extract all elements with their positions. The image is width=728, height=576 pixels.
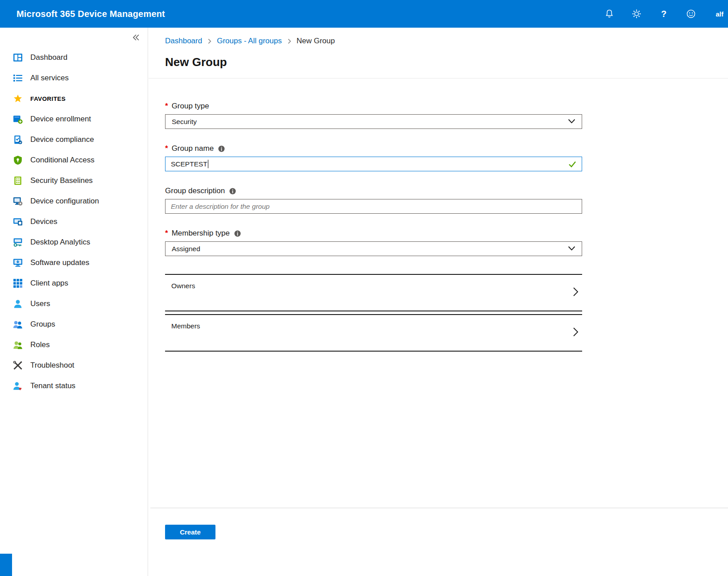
chevron-right-icon xyxy=(207,38,212,44)
troubleshoot-icon xyxy=(12,360,23,371)
favorites-header-label: FAVORITES xyxy=(30,95,66,102)
group-name-value: SCEPTEST xyxy=(171,160,207,168)
tenant-status-icon xyxy=(12,381,23,391)
chevron-down-icon xyxy=(568,245,575,253)
sidebar-item-label: Device enrollment xyxy=(30,115,91,124)
desktop-analytics-icon xyxy=(12,237,23,248)
info-icon[interactable] xyxy=(229,188,236,195)
device-compliance-icon xyxy=(12,134,23,145)
group-type-label: * Group type xyxy=(165,102,583,111)
info-icon[interactable] xyxy=(218,145,225,152)
sidebar-item-device-enrollment[interactable]: Device enrollment xyxy=(0,109,148,129)
sidebar-item-label: Software updates xyxy=(30,258,89,267)
valid-check-icon xyxy=(568,161,576,168)
sidebar-item-roles[interactable]: Roles xyxy=(0,335,148,355)
sidebar-item-label: Tenant status xyxy=(30,381,75,390)
new-group-form: * Group type Security * Group name SCEPT… xyxy=(149,79,583,352)
members-picker[interactable]: Members xyxy=(165,314,582,352)
svg-text:?: ? xyxy=(661,9,666,19)
sidebar-item-label: All services xyxy=(30,74,69,83)
groups-icon xyxy=(12,319,23,330)
chevron-right-icon xyxy=(573,327,579,339)
sidebar-item-groups[interactable]: Groups xyxy=(0,314,148,335)
sidebar: Dashboard All services FAVORITES Device … xyxy=(0,28,148,576)
sidebar-item-label: Device compliance xyxy=(30,135,94,144)
sidebar-item-label: Dashboard xyxy=(30,53,67,62)
required-marker: * xyxy=(165,229,168,238)
sidebar-item-all-services[interactable]: All services xyxy=(0,68,148,88)
conditional-access-icon xyxy=(12,155,23,166)
sidebar-item-label: Client apps xyxy=(30,279,68,288)
settings-gear-icon[interactable] xyxy=(631,8,642,19)
sidebar-item-security-baselines[interactable]: Security Baselines xyxy=(0,170,148,191)
group-type-select[interactable]: Security xyxy=(165,114,582,129)
sidebar-item-label: Devices xyxy=(30,217,57,226)
membership-type-value: Assigned xyxy=(172,245,200,253)
sidebar-item-device-compliance[interactable]: Device compliance xyxy=(0,129,148,150)
required-marker: * xyxy=(165,144,168,153)
group-name-label: * Group name xyxy=(165,144,583,153)
sidebar-item-devices[interactable]: Devices xyxy=(0,211,148,232)
client-apps-icon xyxy=(12,278,23,289)
sidebar-item-label: Security Baselines xyxy=(30,176,93,185)
owners-label: Owners xyxy=(171,282,195,290)
all-services-icon xyxy=(12,73,23,83)
sidebar-item-label: Desktop Analytics xyxy=(30,238,90,247)
info-icon[interactable] xyxy=(234,230,241,237)
sidebar-item-label: Roles xyxy=(30,340,50,349)
chevron-right-icon xyxy=(287,38,292,44)
create-button[interactable]: Create xyxy=(165,525,215,539)
sidebar-item-desktop-analytics[interactable]: Desktop Analytics xyxy=(0,232,148,253)
star-icon xyxy=(12,93,23,104)
owners-picker[interactable]: Owners xyxy=(165,274,582,311)
breadcrumb: Dashboard Groups - All groups New Group xyxy=(149,28,728,46)
dashboard-icon xyxy=(12,52,23,63)
sidebar-item-label: Troubleshoot xyxy=(30,361,74,370)
sidebar-item-label: Device configuration xyxy=(30,197,99,206)
page-title: New Group xyxy=(165,55,728,69)
sidebar-item-label: Groups xyxy=(30,320,55,329)
breadcrumb-current: New Group xyxy=(297,37,335,46)
sidebar-item-label: Conditional Access xyxy=(30,156,95,165)
roles-icon xyxy=(12,340,23,350)
device-enrollment-icon xyxy=(12,114,23,124)
security-baselines-icon xyxy=(12,175,23,186)
required-marker: * xyxy=(165,102,168,111)
membership-type-select[interactable]: Assigned xyxy=(165,241,582,256)
members-label: Members xyxy=(171,322,200,330)
software-updates-icon xyxy=(12,257,23,268)
chevron-right-icon xyxy=(573,287,579,298)
footer-divider xyxy=(150,508,728,508)
chevron-down-icon xyxy=(568,118,575,126)
feedback-smiley-icon[interactable] xyxy=(686,8,696,19)
device-configuration-icon xyxy=(12,196,23,207)
top-bar: Microsoft 365 Device Management ? alf xyxy=(0,0,728,28)
breadcrumb-dashboard[interactable]: Dashboard xyxy=(165,37,202,46)
breadcrumb-groups-all-groups[interactable]: Groups - All groups xyxy=(217,37,282,46)
group-description-label: Group description xyxy=(165,186,583,195)
membership-type-label: * Membership type xyxy=(165,229,583,238)
sidebar-item-software-updates[interactable]: Software updates xyxy=(0,253,148,273)
bottom-left-accent xyxy=(0,554,12,576)
sidebar-item-tenant-status[interactable]: Tenant status xyxy=(0,376,148,396)
group-description-input[interactable] xyxy=(165,199,582,214)
collapse-sidebar-icon[interactable] xyxy=(131,32,141,43)
sidebar-item-client-apps[interactable]: Client apps xyxy=(0,273,148,294)
sidebar-item-label: Users xyxy=(30,299,50,308)
account-name[interactable]: alf xyxy=(716,10,724,18)
notifications-bell-icon[interactable] xyxy=(604,8,615,19)
main-content: Dashboard Groups - All groups New Group … xyxy=(149,28,728,576)
sidebar-item-users[interactable]: Users xyxy=(0,294,148,314)
sidebar-item-dashboard[interactable]: Dashboard xyxy=(0,47,148,68)
help-icon[interactable]: ? xyxy=(658,8,669,19)
text-cursor xyxy=(208,160,208,168)
sidebar-item-troubleshoot[interactable]: Troubleshoot xyxy=(0,355,148,376)
sidebar-item-conditional-access[interactable]: Conditional Access xyxy=(0,150,148,170)
sidebar-item-device-configuration[interactable]: Device configuration xyxy=(0,191,148,211)
group-type-value: Security xyxy=(172,118,197,126)
devices-icon xyxy=(12,216,23,227)
group-name-input[interactable]: SCEPTEST xyxy=(165,157,582,171)
favorites-section-header: FAVORITES xyxy=(0,88,148,109)
users-icon xyxy=(12,298,23,309)
app-title: Microsoft 365 Device Management xyxy=(17,9,165,19)
